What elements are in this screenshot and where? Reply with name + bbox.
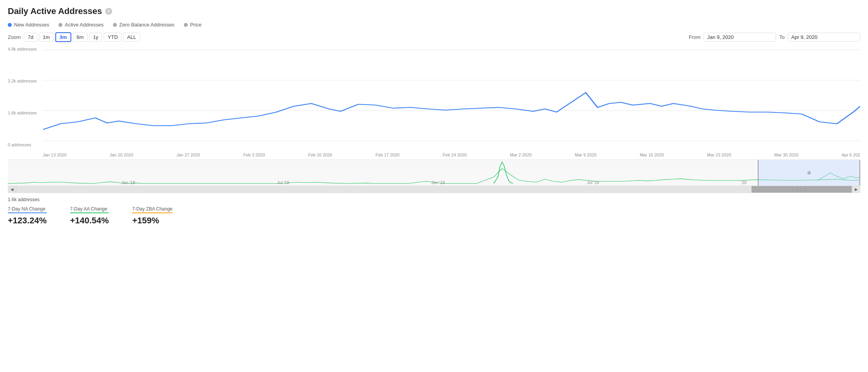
scroll-right-button[interactable]: ▶ [852,186,860,193]
main-chart-svg [43,46,860,151]
minimap-container[interactable]: Jan '18 Jul '18 Jan '19 Jul '19 '20 ⦿ [8,160,860,186]
legend-new-addresses[interactable]: New Addresses [8,22,49,28]
from-date-input[interactable] [704,33,776,42]
minimap-x-2: Jan '19 [431,180,445,185]
x-label-7: Mar 2 2020 [510,153,532,157]
metric-na-label: 7-Day NA Change [8,206,47,213]
minimap-x-1: Jul '18 [277,180,289,185]
metric-aa-label: 7-Day AA Change [70,206,109,213]
controls-row: Zoom 7d 1m 3m 6m 1y YTD ALL From To [8,32,860,42]
x-label-0: Jan 13 2020 [43,153,67,157]
legend-label-active: Active Addresses [65,22,104,28]
x-axis-labels: Jan 13 2020 Jan 20 2020 Jan 27 2020 Feb … [43,151,860,160]
legend-dot-active [58,23,62,27]
date-range: From To [689,33,860,42]
x-label-12: Apr 6 202 [842,153,860,157]
y-mid1-label: 3.2k addresses [8,79,42,83]
zoom-all-button[interactable]: ALL [123,33,140,42]
help-icon[interactable]: ? [105,8,112,15]
zoom-7d-button[interactable]: 7d [24,33,37,42]
x-label-9: Mar 16 2020 [640,153,664,157]
zoom-6m-button[interactable]: 6m [73,33,88,42]
metric-zba-value: +159% [132,216,172,226]
legend-label-zero: Zero Balance Addresses [119,22,175,28]
y-mid2-label: 1.6k addresses [8,111,42,115]
x-label-1: Jan 20 2020 [109,153,133,157]
legend-active-addresses[interactable]: Active Addresses [58,22,104,28]
metric-zba: 7-Day ZBA Change +159% [132,206,172,226]
scrollbar-row: ◀ ⋮⋮⋮ ▶ [8,186,860,193]
legend-label-price: Price [190,22,202,28]
legend-dot-new [8,23,12,27]
y-bottom-label: 0 addresses [8,142,42,147]
to-date-input[interactable] [788,33,860,42]
y-top-label: 4.8k addresses [8,47,42,51]
main-chart-wrapper: 4.8k addresses 3.2k addresses 1.6k addre… [8,46,860,160]
to-label: To [779,34,785,40]
metric-na-value: +123.24% [8,216,47,226]
dashboard-container: Daily Active Addresses ? New Addresses A… [0,0,868,232]
minimap-x-3: Jul '19 [587,180,599,185]
from-label: From [689,34,700,40]
metric-aa-value: +140.54% [70,216,109,226]
x-label-10: Mar 23 2020 [707,153,731,157]
zoom-label: Zoom [8,34,21,40]
x-label-8: Mar 9 2020 [575,153,597,157]
metric-zba-label: 7-Day ZBA Change [132,206,172,213]
x-label-2: Jan 27 2020 [176,153,200,157]
x-label-4: Feb 10 2020 [308,153,332,157]
legend-price[interactable]: Price [184,22,202,28]
zoom-1m-button[interactable]: 1m [39,33,54,42]
bottom-addr-label: 1.6k addresses [8,197,860,202]
chart-inner: Jan 13 2020 Jan 20 2020 Jan 27 2020 Feb … [43,46,860,160]
legend-label-new: New Addresses [14,22,49,28]
minimap-x-labels: Jan '18 Jul '18 Jan '19 Jul '19 '20 [8,180,860,185]
scrollbar-thumb[interactable]: ⋮⋮⋮ [752,186,852,193]
legend-row: New Addresses Active Addresses Zero Bala… [8,22,860,28]
metrics-row: 7-Day NA Change +123.24% 7-Day AA Change… [8,206,860,226]
metric-aa: 7-Day AA Change +140.54% [70,206,109,226]
scroll-left-button[interactable]: ◀ [8,186,16,193]
minimap-x-4: '20 [741,180,746,185]
page-title: Daily Active Addresses [8,6,102,16]
y-axis-labels: 4.8k addresses 3.2k addresses 1.6k addre… [8,46,42,148]
zoom-ytd-button[interactable]: YTD [104,33,122,42]
minimap-selection[interactable]: ⦿ [758,160,860,186]
x-label-3: Feb 3 2020 [243,153,265,157]
title-row: Daily Active Addresses ? [8,6,860,16]
legend-dot-zero [113,23,117,27]
legend-dot-price [184,23,188,27]
metric-na: 7-Day NA Change +123.24% [8,206,47,226]
legend-zero-balance[interactable]: Zero Balance Addresses [113,22,175,28]
zoom-3m-button[interactable]: 3m [55,32,71,42]
scrollbar-track[interactable]: ⋮⋮⋮ [16,186,852,193]
zoom-controls: Zoom 7d 1m 3m 6m 1y YTD ALL [8,32,140,42]
minimap-x-0: Jan '18 [122,180,135,185]
new-addresses-line [43,93,860,130]
x-label-11: Mar 30 2020 [774,153,799,157]
bottom-info: 1.6k addresses 7-Day NA Change +123.24% … [8,193,860,226]
x-label-5: Feb 17 2020 [376,153,400,157]
zoom-1y-button[interactable]: 1y [89,33,102,42]
x-label-6: Feb 24 2020 [443,153,467,157]
